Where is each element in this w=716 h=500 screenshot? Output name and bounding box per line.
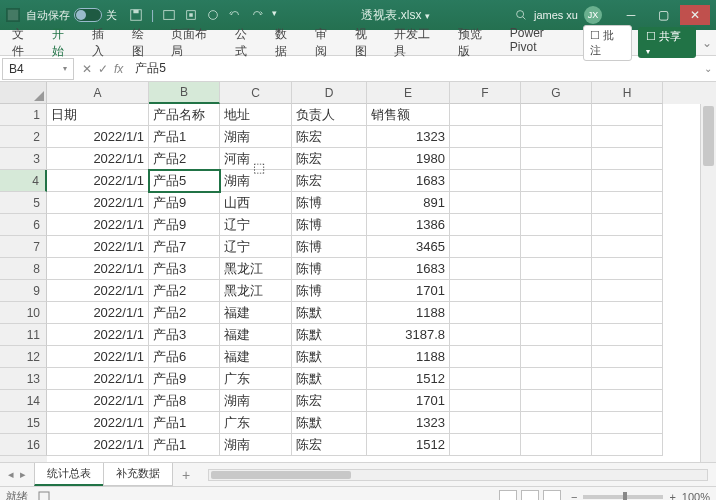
cell[interactable]: 地址 — [220, 104, 292, 126]
undo-icon[interactable] — [228, 8, 242, 22]
horizontal-scrollbar[interactable] — [208, 469, 708, 481]
ribbon-tab-9[interactable]: 开发工具 — [386, 22, 450, 64]
cell[interactable]: 福建 — [220, 302, 292, 324]
row-header[interactable]: 9 — [0, 280, 47, 302]
cell[interactable]: 2022/1/1 — [47, 280, 149, 302]
cell[interactable]: 2022/1/1 — [47, 148, 149, 170]
cell[interactable]: 2022/1/1 — [47, 412, 149, 434]
row-header[interactable]: 8 — [0, 258, 47, 280]
row-header[interactable]: 16 — [0, 434, 47, 456]
ribbon-tab-11[interactable]: Power Pivot — [502, 22, 582, 64]
view-normal-button[interactable] — [499, 490, 517, 501]
cell[interactable]: 陈默 — [292, 302, 367, 324]
formula-expand-icon[interactable]: ⌄ — [700, 63, 716, 74]
cell[interactable]: 陈博 — [292, 214, 367, 236]
row-header[interactable]: 14 — [0, 390, 47, 412]
cell[interactable]: 1188 — [367, 302, 450, 324]
comments-button[interactable]: ☐ 批注 — [583, 25, 632, 61]
cell[interactable]: 山西 — [220, 192, 292, 214]
cell[interactable]: 陈宏 — [292, 434, 367, 456]
cell[interactable]: 负责人 — [292, 104, 367, 126]
cell[interactable]: 陈默 — [292, 368, 367, 390]
maximize-button[interactable]: ▢ — [648, 5, 678, 25]
cell[interactable] — [521, 302, 592, 324]
cell[interactable]: 2022/1/1 — [47, 346, 149, 368]
cell[interactable]: 黑龙江 — [220, 258, 292, 280]
cell[interactable] — [592, 412, 663, 434]
select-all-corner[interactable] — [0, 82, 47, 104]
cell[interactable] — [521, 412, 592, 434]
fx-icon[interactable]: fx — [114, 62, 123, 76]
cell[interactable] — [521, 258, 592, 280]
cell[interactable] — [592, 126, 663, 148]
cell[interactable] — [592, 104, 663, 126]
cell[interactable]: 产品2 — [149, 280, 220, 302]
cell[interactable]: 2022/1/1 — [47, 324, 149, 346]
zoom-out-button[interactable]: − — [571, 491, 577, 501]
sheet-tab[interactable]: 统计总表 — [34, 463, 104, 486]
cell[interactable]: 陈宏 — [292, 148, 367, 170]
cell[interactable] — [521, 368, 592, 390]
cell[interactable] — [592, 324, 663, 346]
cell[interactable]: 陈博 — [292, 258, 367, 280]
cell[interactable]: 销售额 — [367, 104, 450, 126]
cell[interactable] — [521, 236, 592, 258]
cell[interactable]: 陈博 — [292, 192, 367, 214]
cell[interactable]: 产品1 — [149, 412, 220, 434]
cell[interactable]: 2022/1/1 — [47, 302, 149, 324]
cell[interactable]: 产品2 — [149, 302, 220, 324]
cell[interactable] — [450, 236, 521, 258]
sheet-nav-next[interactable]: ▸ — [18, 468, 28, 481]
ribbon-tab-10[interactable]: 预览版 — [450, 22, 502, 64]
ribbon-tab-7[interactable]: 审阅 — [307, 22, 347, 64]
cell[interactable] — [521, 434, 592, 456]
cell[interactable] — [521, 280, 592, 302]
cell[interactable] — [592, 236, 663, 258]
row-header[interactable]: 12 — [0, 346, 47, 368]
cancel-formula-icon[interactable]: ✕ — [82, 62, 92, 76]
cell[interactable] — [450, 324, 521, 346]
macro-icon[interactable] — [38, 491, 50, 501]
cell[interactable]: 产品7 — [149, 236, 220, 258]
cell[interactable] — [450, 192, 521, 214]
search-icon[interactable] — [514, 8, 528, 22]
cell[interactable]: 陈默 — [292, 412, 367, 434]
cell[interactable]: 陈博 — [292, 236, 367, 258]
formula-input[interactable]: 产品5 — [129, 60, 700, 77]
row-header[interactable]: 13 — [0, 368, 47, 390]
row-header[interactable]: 7 — [0, 236, 47, 258]
cell[interactable]: 1683 — [367, 258, 450, 280]
cell[interactable] — [521, 390, 592, 412]
cell[interactable] — [592, 258, 663, 280]
cell[interactable]: 产品3 — [149, 258, 220, 280]
close-button[interactable]: ✕ — [680, 5, 710, 25]
cell[interactable]: 陈默 — [292, 346, 367, 368]
cell[interactable]: 辽宁 — [220, 214, 292, 236]
cell[interactable] — [592, 148, 663, 170]
column-header[interactable]: G — [521, 82, 592, 104]
name-box[interactable]: B4▾ — [2, 58, 74, 80]
column-header[interactable]: C — [220, 82, 292, 104]
cell[interactable] — [450, 104, 521, 126]
cell[interactable]: 891 — [367, 192, 450, 214]
cell[interactable] — [521, 148, 592, 170]
column-header[interactable]: D — [292, 82, 367, 104]
cell[interactable] — [521, 170, 592, 192]
cell[interactable]: 陈宏 — [292, 170, 367, 192]
cell[interactable]: 1701 — [367, 280, 450, 302]
column-header[interactable]: E — [367, 82, 450, 104]
cell[interactable] — [521, 104, 592, 126]
row-header[interactable]: 1 — [0, 104, 47, 126]
autosave-toggle[interactable]: 自动保存 关 — [26, 8, 117, 23]
cell[interactable]: 1683 — [367, 170, 450, 192]
cell[interactable] — [450, 258, 521, 280]
cell[interactable]: 陈宏 — [292, 126, 367, 148]
cell[interactable]: 陈默 — [292, 324, 367, 346]
cell[interactable] — [450, 126, 521, 148]
share-button[interactable]: ☐ 共享 ▾ — [638, 27, 696, 58]
qat-icon-1[interactable] — [162, 8, 176, 22]
cell[interactable]: 2022/1/1 — [47, 236, 149, 258]
cell[interactable] — [450, 368, 521, 390]
cell[interactable] — [450, 214, 521, 236]
add-sheet-button[interactable]: + — [172, 467, 200, 483]
